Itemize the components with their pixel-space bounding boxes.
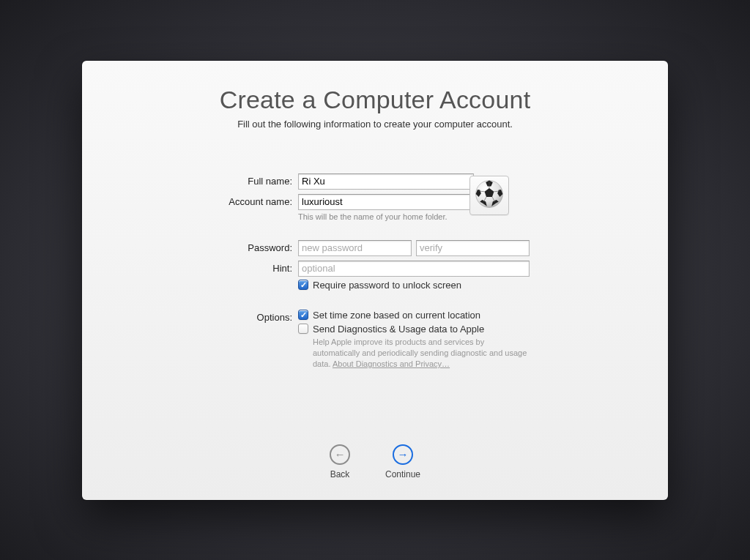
back-button[interactable]: ← Back — [330, 444, 350, 479]
require-password-label: Require password to unlock screen — [313, 280, 461, 291]
diagnostics-description: Help Apple improve its products and serv… — [313, 337, 532, 370]
account-name-field[interactable] — [298, 194, 474, 210]
full-name-field[interactable] — [298, 173, 474, 190]
page-subtitle: Fill out the following information to cr… — [126, 119, 624, 130]
diagnostics-privacy-link[interactable]: About Diagnostics and Privacy… — [333, 359, 450, 368]
hint-label: Hint: — [170, 261, 298, 274]
page-title: Create a Computer Account — [126, 86, 624, 114]
account-form: Full name: Account name: This will be th… — [170, 173, 624, 375]
setup-assistant-window: Create a Computer Account Fill out the f… — [82, 61, 668, 500]
options-label: Options: — [170, 310, 298, 323]
password-new-field[interactable] — [298, 240, 412, 256]
navigation-bar: ← Back → Continue — [126, 444, 624, 485]
account-name-label: Account name: — [170, 194, 298, 207]
timezone-label: Set time zone based on current location — [313, 310, 480, 321]
arrow-right-icon: → — [397, 449, 408, 460]
continue-button[interactable]: → Continue — [385, 444, 420, 479]
full-name-label: Full name: — [170, 173, 298, 187]
require-password-checkbox[interactable] — [298, 280, 308, 290]
timezone-checkbox[interactable] — [298, 310, 308, 320]
soccer-ball-icon — [475, 179, 504, 211]
password-verify-field[interactable] — [416, 240, 530, 256]
hint-field[interactable] — [298, 261, 530, 277]
diagnostics-checkbox[interactable] — [298, 324, 308, 334]
diagnostics-label: Send Diagnostics & Usage data to Apple — [313, 324, 484, 335]
arrow-left-icon: ← — [334, 449, 345, 460]
password-label: Password: — [170, 240, 298, 253]
avatar-picker[interactable] — [469, 176, 509, 215]
